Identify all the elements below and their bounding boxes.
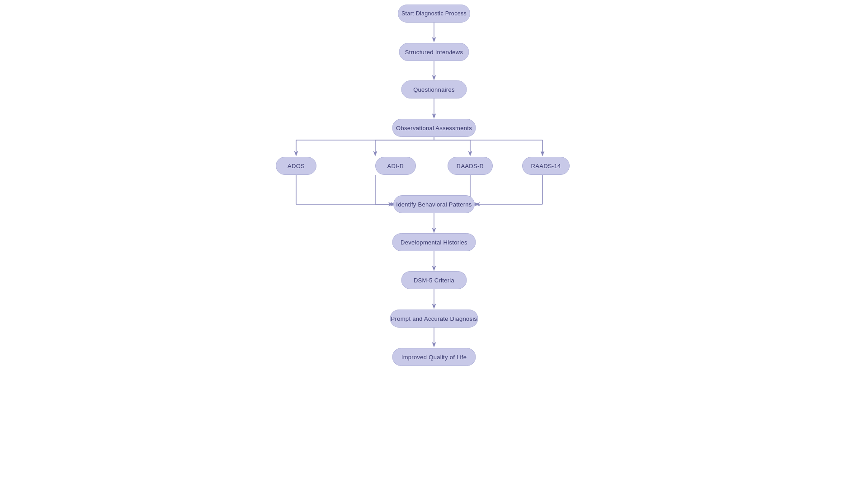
- node-prompt: Prompt and Accurate Diagnosis: [390, 310, 478, 328]
- node-developmental: Developmental Histories: [392, 233, 476, 251]
- node-start: Start Diagnostic Process: [398, 5, 470, 23]
- diagram-container: Start Diagnostic Process Structured Inte…: [321, 0, 547, 488]
- node-adir: ADI-R: [375, 157, 416, 175]
- node-questionnaires: Questionnaires: [401, 80, 467, 99]
- node-raads14: RAADS-14: [522, 157, 570, 175]
- node-observational: Observational Assessments: [392, 119, 476, 137]
- node-dsm: DSM-5 Criteria: [401, 271, 467, 289]
- node-improved: Improved Quality of Life: [392, 348, 476, 366]
- node-raadsr: RAADS-R: [448, 157, 493, 175]
- node-behavioral: Identify Behavioral Patterns: [393, 195, 475, 213]
- node-ados: ADOS: [276, 157, 316, 175]
- node-structured: Structured Interviews: [399, 43, 469, 61]
